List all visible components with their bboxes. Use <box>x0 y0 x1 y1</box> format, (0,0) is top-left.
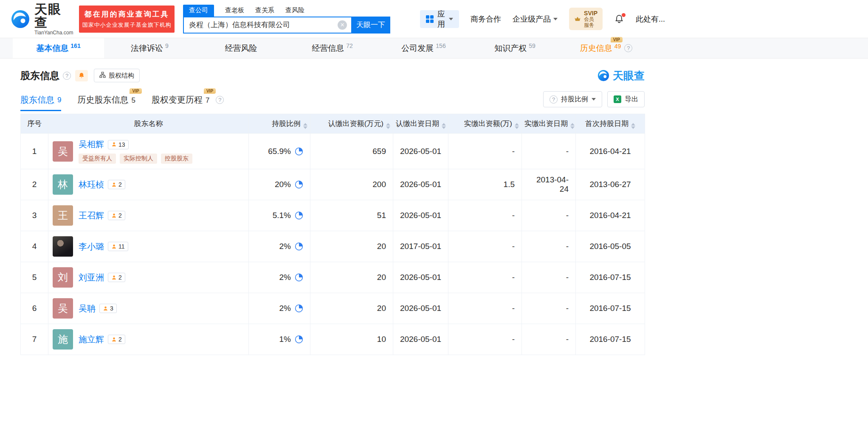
sort-icon[interactable] <box>570 123 575 129</box>
pie-chart-icon[interactable] <box>295 147 303 156</box>
shareholder-name-link[interactable]: 刘亚洲 <box>79 272 104 283</box>
subscribed-amount: 20 <box>310 231 393 262</box>
apps-button[interactable]: 应用 <box>420 10 459 28</box>
shareholder-avatar[interactable]: 王 <box>53 205 73 226</box>
export-button[interactable]: X 导出 <box>607 91 645 107</box>
paid-amount: - <box>448 262 522 293</box>
shareholder-avatar[interactable]: 林 <box>53 174 73 195</box>
shareholder-name-link[interactable]: 吴聃 <box>79 303 96 314</box>
svip-membership-button[interactable]: SVIP 会员服务 <box>569 8 603 31</box>
first-holding-date: 2016-07-15 <box>576 262 645 293</box>
help-icon: ? <box>550 95 558 104</box>
pie-chart-icon[interactable] <box>295 273 303 282</box>
related-count-badge[interactable]: 3 <box>99 304 117 313</box>
related-count-badge[interactable]: 2 <box>108 335 125 344</box>
tab-legal-proceedings[interactable]: 法律诉讼 9 <box>104 38 195 58</box>
tab-historical-info[interactable]: 历史信息 49 VIP ? <box>561 38 652 58</box>
shareholder-photo[interactable] <box>53 236 73 257</box>
tab-business-info[interactable]: 经营信息 72 <box>287 38 378 58</box>
business-cooperation-link[interactable]: 商务合作 <box>471 14 501 24</box>
pie-chart-icon[interactable] <box>295 335 303 344</box>
equity-structure-button[interactable]: 股权结构 <box>94 69 140 82</box>
subscribed-amount: 20 <box>310 293 393 324</box>
subtab-count-wrap: 5 VIP <box>131 95 135 105</box>
pie-chart-icon[interactable] <box>295 180 303 189</box>
search-button[interactable]: 天眼一下 <box>351 17 390 34</box>
sort-icon[interactable] <box>303 123 307 129</box>
tab-intellectual-property[interactable]: 知识产权 59 <box>469 38 561 58</box>
sort-icon[interactable] <box>386 123 390 129</box>
tab-basic-info[interactable]: 基本信息 161 <box>13 38 104 58</box>
enterprise-products-link[interactable]: 企业级产品 <box>513 14 558 24</box>
row-number: 6 <box>21 293 48 324</box>
column-header-paid-date[interactable]: 实缴出资日期 <box>522 114 576 134</box>
sort-icon[interactable] <box>515 123 519 129</box>
tab-company-development[interactable]: 公司发展 156 <box>378 38 469 58</box>
related-count-badge[interactable]: 13 <box>108 140 129 149</box>
search-tab-risk[interactable]: 查风险 <box>285 5 304 17</box>
subtab-equity-change-history[interactable]: 股权变更历程 7 VIP ? <box>152 94 224 111</box>
table-row: 4 李小璐 11 2% 20 2017-05-01 <box>21 231 645 262</box>
row-number: 7 <box>21 324 48 355</box>
sort-icon[interactable] <box>442 123 446 129</box>
search-tab-relation[interactable]: 查关系 <box>255 5 274 17</box>
shareholder-name-link[interactable]: 吴相辉 <box>79 139 104 150</box>
brand-domain: TianYanCha.com <box>34 30 73 36</box>
shareholder-avatar[interactable]: 刘 <box>53 267 73 288</box>
pie-chart-icon[interactable] <box>295 211 303 220</box>
notifications-bell-icon[interactable] <box>614 14 624 24</box>
tianyancha-logo[interactable]: 天眼查 TianYanCha.com <box>10 3 73 36</box>
subtab-historical-shareholders[interactable]: 历史股东信息 5 VIP <box>77 94 135 111</box>
related-count-badge[interactable]: 11 <box>108 242 128 251</box>
column-header-subscribed-date[interactable]: 认缴出资日期 <box>393 114 448 134</box>
shareholder-name-link[interactable]: 李小璐 <box>79 241 104 252</box>
subtab-label: 股东信息 <box>20 94 54 106</box>
person-icon <box>111 337 117 342</box>
subscribed-amount: 659 <box>310 134 393 169</box>
search-tab-boss[interactable]: 查老板 <box>225 5 244 17</box>
search-input[interactable] <box>184 17 351 33</box>
subscribed-date: 2026-05-01 <box>393 169 448 200</box>
column-header-first-holding-date[interactable]: 首次持股日期 <box>576 114 645 134</box>
pie-chart-icon[interactable] <box>295 304 303 313</box>
shareholder-avatar[interactable]: 吴 <box>53 141 73 162</box>
user-account[interactable]: 此处有... <box>636 14 665 24</box>
column-header-shareholding-ratio[interactable]: 持股比例 <box>249 114 310 134</box>
apps-grid-icon <box>426 15 434 23</box>
tab-operational-risk[interactable]: 经营风险 <box>195 38 287 58</box>
column-header-paid-amount[interactable]: 实缴出资额(万) <box>448 114 522 134</box>
paid-amount: 1.5 <box>448 169 522 200</box>
related-count-badge[interactable]: 2 <box>108 180 125 189</box>
shareholder-avatar[interactable]: 施 <box>53 329 73 350</box>
related-count: 13 <box>118 141 125 148</box>
shareholding-ratio-filter[interactable]: ? 持股比例 <box>543 91 602 107</box>
paid-amount: - <box>448 293 522 324</box>
ratio-cell: 2% <box>249 231 310 262</box>
related-count-badge[interactable]: 2 <box>108 273 125 282</box>
shareholder-name-link[interactable]: 施立辉 <box>79 334 104 345</box>
column-header-subscribed-amount[interactable]: 认缴出资额(万元) <box>310 114 393 134</box>
pie-chart-icon[interactable] <box>295 242 303 251</box>
help-icon[interactable]: ? <box>624 44 632 52</box>
historical-info-count: 49 VIP <box>612 44 621 53</box>
shareholder-avatar[interactable]: 吴 <box>53 298 73 319</box>
shareholder-name-link[interactable]: 王召辉 <box>79 210 104 221</box>
ratio-filter-label: 持股比例 <box>561 95 588 104</box>
help-icon[interactable]: ? <box>216 96 224 104</box>
subtab-shareholders[interactable]: 股东信息 9 <box>20 94 61 111</box>
related-count-badge[interactable]: 2 <box>108 211 125 220</box>
shareholder-name-cell: 林 林珏桢 2 <box>48 169 249 200</box>
company-nav-bar: 基本信息 161 法律诉讼 9 经营风险 经营信息 72 公司发展 156 知识… <box>0 38 868 59</box>
related-count: 2 <box>118 274 122 281</box>
person-icon <box>103 306 108 311</box>
search-tab-company[interactable]: 查公司 <box>183 5 214 17</box>
monitor-bell-icon[interactable] <box>75 70 88 81</box>
paid-amount: - <box>448 324 522 355</box>
vip-badge: VIP <box>611 37 623 42</box>
shareholders-section-header: 股东信息 ? 股权结构 天眼查 <box>20 64 645 87</box>
help-icon[interactable]: ? <box>63 72 71 80</box>
ratio-cell: 65.9% <box>249 134 310 169</box>
clear-icon[interactable]: × <box>338 20 347 30</box>
sort-icon[interactable] <box>631 123 635 129</box>
shareholder-name-link[interactable]: 林珏桢 <box>79 179 104 190</box>
